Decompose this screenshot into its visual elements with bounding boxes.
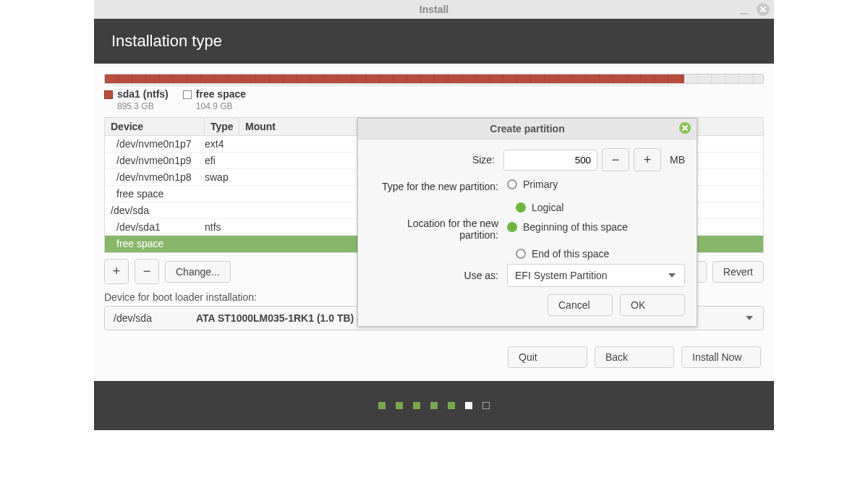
- useas-select[interactable]: EFI System Partition: [507, 264, 685, 287]
- bootloader-device: /dev/sda: [114, 312, 193, 324]
- progress-dots: [94, 381, 774, 430]
- ok-button[interactable]: OK: [620, 294, 685, 316]
- install-now-button[interactable]: Install Now: [681, 346, 761, 368]
- type-label: Type for the new partition:: [370, 181, 507, 192]
- partition-bar-free: [684, 74, 763, 83]
- step-dot: [413, 402, 420, 409]
- close-icon[interactable]: [757, 3, 770, 16]
- dialog-close-icon[interactable]: [679, 122, 691, 134]
- size-increment[interactable]: +: [634, 148, 661, 171]
- legend-swatch-used-icon: [104, 90, 113, 99]
- legend-free-size: 104.9 GB: [196, 101, 233, 111]
- step-dot: [378, 402, 386, 409]
- radio-begin-label: Beginning of this space: [523, 221, 628, 233]
- dialog-title: Create partition: [358, 119, 697, 140]
- minimize-icon[interactable]: [738, 3, 751, 16]
- legend-swatch-free-icon: [183, 90, 192, 99]
- titlebar: Install: [94, 0, 774, 19]
- radio-primary[interactable]: [507, 179, 517, 189]
- radio-logical-label: Logical: [532, 202, 563, 213]
- step-dot-current: [465, 402, 472, 409]
- size-input[interactable]: [503, 150, 597, 171]
- back-button[interactable]: Back: [595, 346, 674, 368]
- bootloader-model: ATA ST1000LM035-1RK1 (1.0 TB): [196, 312, 354, 324]
- quit-button[interactable]: Quit: [508, 346, 587, 368]
- legend-sda1-size: 895.3 GB: [117, 101, 154, 111]
- legend-sda1: sda1 (ntfs) 895.3 GB: [104, 88, 169, 111]
- legend-free: free space 104.9 GB: [183, 88, 246, 111]
- step-dot: [482, 402, 490, 409]
- legend-free-title: free space: [196, 88, 246, 100]
- partition-bar-used: [105, 74, 684, 83]
- radio-logical[interactable]: [516, 202, 526, 213]
- step-dot: [396, 402, 403, 409]
- remove-button[interactable]: −: [135, 259, 159, 284]
- cancel-button[interactable]: Cancel: [548, 294, 613, 316]
- step-dot: [430, 402, 438, 409]
- revert-button[interactable]: Revert: [712, 261, 764, 283]
- radio-primary-label: Primary: [523, 179, 558, 190]
- radio-end[interactable]: [516, 249, 526, 259]
- page-title: Installation type: [111, 32, 757, 51]
- radio-end-label: End of this space: [532, 248, 609, 260]
- create-partition-dialog: Create partition Size: − + MB Type for t…: [357, 118, 697, 327]
- size-decrement[interactable]: −: [602, 148, 629, 171]
- partition-bar: [104, 74, 764, 84]
- location-label: Location for the new partition:: [370, 218, 507, 241]
- col-type[interactable]: Type: [205, 118, 239, 135]
- step-dot: [448, 402, 455, 409]
- window-title: Install: [420, 4, 448, 15]
- size-unit: MB: [670, 154, 685, 166]
- radio-begin[interactable]: [507, 222, 517, 232]
- add-button[interactable]: +: [104, 259, 129, 284]
- change-button[interactable]: Change...: [165, 261, 231, 283]
- header: Installation type: [94, 19, 774, 64]
- partition-legend: sda1 (ntfs) 895.3 GB free space 104.9 GB: [104, 88, 764, 111]
- col-device[interactable]: Device: [105, 118, 205, 135]
- size-label: Size:: [370, 154, 503, 166]
- legend-sda1-title: sda1 (ntfs): [117, 88, 169, 100]
- useas-label: Use as:: [370, 270, 507, 281]
